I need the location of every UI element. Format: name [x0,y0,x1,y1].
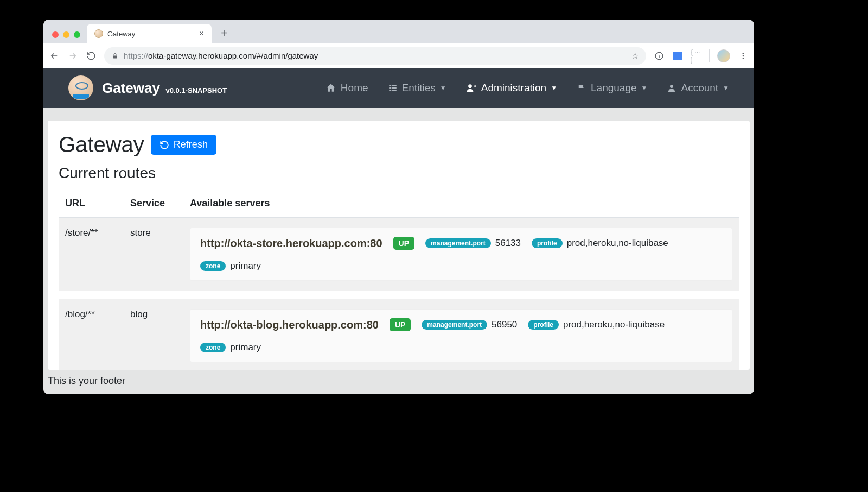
status-badge: UP [393,237,414,250]
col-servers: Available servers [183,190,739,218]
svg-rect-11 [389,90,391,91]
svg-rect-12 [391,90,396,91]
nav-entities[interactable]: Entities ▼ [388,82,446,94]
svg-rect-7 [389,85,391,86]
server-url: http://okta-blog.herokuapp.com:80 [200,319,379,331]
refresh-button[interactable]: Refresh [151,135,216,155]
window-controls[interactable] [49,31,87,43]
browser-chrome: Gateway × + https://okta-gateway.herokua… [43,20,754,68]
meta-mgmt-port: management.port 56133 [425,238,521,249]
browser-window: Gateway × + https://okta-gateway.herokua… [43,20,754,394]
back-button[interactable] [49,51,60,61]
zone-value: primary [230,342,261,353]
svg-rect-0 [113,55,117,58]
nav-account-label: Account [681,82,718,94]
meta-zone: zone primary [200,261,261,272]
browser-toolbar: https://okta-gateway.herokuapp.com/#/adm… [43,43,754,68]
zone-label: zone [200,343,226,352]
svg-rect-10 [391,87,396,89]
nav-home-label: Home [341,82,368,94]
info-icon[interactable] [654,51,665,61]
profile-value: prod,heroku,no-liquibase [563,319,665,330]
table-row: /blog/** blog http://okta-blog.herokuapp… [59,295,739,370]
favicon-icon [94,29,103,38]
address-bar[interactable]: https://okta-gateway.herokuapp.com/#/adm… [104,47,646,65]
profile-label: profile [532,238,563,248]
brand-version: v0.0.1-SNAPSHOT [165,86,227,94]
maximize-window-icon[interactable] [74,31,80,38]
svg-rect-8 [391,85,396,86]
svg-point-6 [743,58,744,59]
profile-label: profile [528,320,559,330]
tab-title: Gateway [107,30,135,38]
app-navbar: Gateway v0.0.1-SNAPSHOT Home Entities ▼ [43,68,754,108]
zone-label: zone [200,261,226,271]
route-url: /blog/** [59,295,124,370]
svg-point-13 [468,84,472,88]
nav-entities-label: Entities [402,82,436,94]
footer: This is your footer [43,370,754,394]
route-service: blog [124,295,183,370]
brand-name: Gateway [102,80,160,96]
app-content: Gateway v0.0.1-SNAPSHOT Home Entities ▼ [43,68,754,394]
refresh-label: Refresh [174,139,208,150]
nav-language-label: Language [591,82,637,94]
server-url: http://okta-store.herokuapp.com:80 [200,237,382,250]
mgmt-port-label: management.port [425,238,491,248]
page-title-row: Gateway Refresh [59,133,739,157]
svg-point-5 [743,55,744,56]
table-row: /store/** store http://okta-store.heroku… [59,217,739,295]
reload-button[interactable] [86,51,97,61]
zone-value: primary [230,261,261,272]
page-card: Gateway Refresh Current routes URL Servi… [48,121,750,370]
menu-icon[interactable] [738,51,749,61]
profile-value: prod,heroku,no-liquibase [567,238,668,249]
mgmt-port-value: 56133 [495,238,521,249]
chevron-down-icon: ▼ [440,84,446,92]
route-service: store [124,217,183,295]
nav-administration-label: Administration [481,82,546,94]
close-window-icon[interactable] [52,31,59,38]
new-tab-button[interactable]: + [216,25,232,41]
minimize-window-icon[interactable] [63,31,69,38]
code-braces-icon[interactable]: { ··· } [691,51,701,61]
meta-profile: profile prod,heroku,no-liquibase [532,238,668,249]
col-service: Service [124,190,183,218]
routes-table: URL Service Available servers /store/** … [59,190,739,370]
svg-point-14 [670,85,673,88]
url-scheme: https:// [124,51,148,60]
meta-zone: zone primary [200,342,261,353]
logo-icon [68,75,93,100]
nav-home[interactable]: Home [326,82,368,94]
meta-profile: profile prod,heroku,no-liquibase [528,319,665,330]
chevron-down-icon: ▼ [723,84,729,92]
toolbar-divider [709,49,710,62]
url-path: okta-gateway.herokuapp.com/#/admin/gatew… [148,51,318,60]
bookmark-icon[interactable]: ☆ [631,51,639,61]
user-icon [667,83,676,93]
close-tab-icon[interactable]: × [199,29,204,39]
meta-mgmt-port: management.port 56950 [422,319,517,330]
nav-account[interactable]: Account ▼ [667,82,729,94]
svg-rect-9 [389,87,391,89]
server-box: http://okta-blog.herokuapp.com:80 UP man… [190,309,732,362]
list-icon [388,83,398,93]
profile-avatar[interactable] [717,49,730,62]
page-title: Gateway [59,133,144,157]
route-servers: http://okta-blog.herokuapp.com:80 UP man… [183,295,739,370]
chevron-down-icon: ▼ [641,84,648,92]
server-box: http://okta-store.herokuapp.com:80 UP ma… [190,228,732,281]
refresh-icon [159,140,169,150]
nav-language[interactable]: Language ▼ [577,82,647,94]
nav-items: Home Entities ▼ Administration ▼ [326,82,729,94]
svg-point-4 [743,53,744,54]
forward-button[interactable] [67,51,78,61]
chevron-down-icon: ▼ [551,84,557,92]
browser-tab[interactable]: Gateway × [87,24,212,43]
mgmt-port-value: 56950 [492,319,517,330]
url-text: https://okta-gateway.herokuapp.com/#/adm… [124,51,318,60]
mgmt-port-label: management.port [422,320,487,330]
col-url: URL [59,190,124,218]
nav-administration[interactable]: Administration ▼ [466,82,557,94]
extension-icon[interactable] [672,51,683,61]
